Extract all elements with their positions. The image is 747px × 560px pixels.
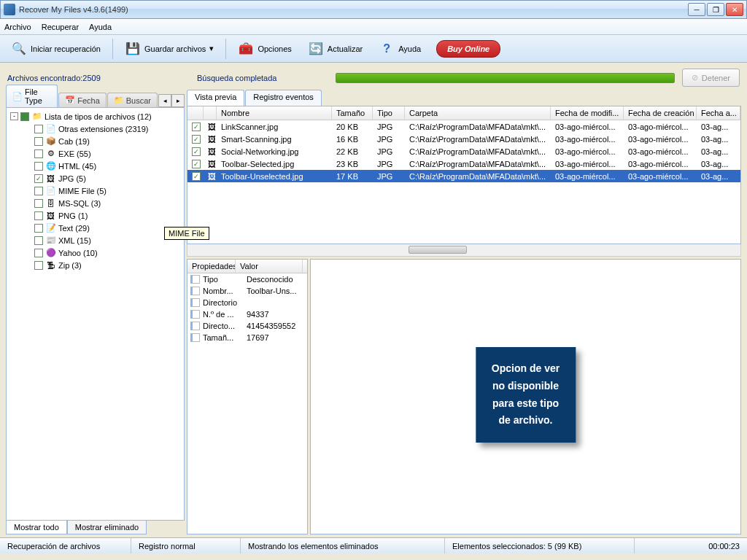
tree-item[interactable]: 🗜Zip (3) [9, 259, 182, 271]
column-header[interactable]: Fecha de modifi... [551, 106, 624, 120]
status-filter: Mostrando los elementos eliminados [241, 538, 445, 553]
stop-button[interactable]: ⊘Detener [682, 69, 740, 87]
checkbox[interactable] [34, 162, 43, 171]
search-status-label: Búsqueda completada [197, 74, 328, 82]
checkbox[interactable] [34, 224, 43, 233]
tree-label: EXE (55) [58, 149, 91, 158]
checkbox[interactable] [34, 261, 43, 270]
checkbox[interactable] [34, 199, 43, 208]
minimize-button[interactable]: ─ [688, 3, 705, 16]
column-header[interactable]: Nombre [217, 106, 332, 120]
tree-label: Yahoo (10) [58, 249, 98, 257]
menu-ayuda[interactable]: Ayuda [89, 23, 112, 31]
files-found-label: Archivos encontrado:2509 [7, 74, 188, 82]
magnifier-icon: 🔍 [11, 41, 27, 57]
floppy-icon: 💾 [125, 41, 141, 57]
tree-label: Lista de tipos de archivos (12) [44, 112, 152, 121]
stop-icon: ⊘ [692, 73, 698, 82]
column-header[interactable]: Fecha de creación [624, 106, 697, 120]
checkbox[interactable]: ✓ [192, 135, 201, 144]
checkbox[interactable]: ✓ [192, 147, 201, 156]
file-row[interactable]: ✓🖼Smart-Scanning.jpg16 KBJPGC:\Raíz\Prog… [187, 133, 740, 145]
tree-label: Zip (3) [58, 261, 82, 270]
column-header[interactable] [204, 106, 217, 120]
tab-next-button[interactable]: ▸ [171, 94, 185, 107]
checkbox[interactable] [34, 137, 43, 146]
buy-online-button[interactable]: Buy Online [436, 40, 500, 58]
window-title: Recover My Files v4.9.6(1499) [19, 5, 688, 14]
filetype-icon: 🌐 [45, 160, 56, 171]
checkbox[interactable] [34, 236, 43, 245]
checkbox[interactable] [34, 249, 43, 257]
checkbox[interactable]: ✓ [192, 160, 201, 168]
checkbox[interactable]: ✓ [192, 122, 201, 131]
tab-buscar[interactable]: 📁Buscar [107, 93, 158, 107]
column-header[interactable]: Carpeta [405, 106, 551, 120]
menubar: Archivo Recuperar Ayuda [0, 19, 747, 35]
help-icon: ? [379, 41, 395, 57]
options-button[interactable]: 🧰Opciones [231, 37, 298, 61]
checkbox[interactable]: ✓ [192, 172, 201, 181]
tab-prev-button[interactable]: ◂ [158, 94, 171, 107]
save-files-button[interactable]: 💾Guardar archivos ▾ [118, 37, 220, 61]
column-header[interactable]: Tipo [373, 106, 405, 120]
tree-item[interactable]: 📄MIME File (5) [9, 184, 182, 197]
tab-preview[interactable]: Vista previa [187, 90, 244, 106]
checkbox[interactable]: ✓ [34, 174, 43, 183]
column-header[interactable]: Fecha a... [697, 106, 740, 120]
help-button[interactable]: ?Ayuda [372, 37, 427, 61]
tab-fecha[interactable]: 📅Fecha [58, 93, 107, 107]
close-button[interactable]: ✕ [726, 3, 743, 16]
file-row[interactable]: ✓🖼Social-Networking.jpg22 KBJPGC:\Raíz\P… [187, 145, 740, 158]
checkbox[interactable] [34, 125, 43, 133]
column-header[interactable]: Tamaño [332, 106, 373, 120]
tree-item[interactable]: -📁Lista de tipos de archivos (12) [9, 110, 182, 122]
file-icon: 🖼 [204, 159, 217, 169]
start-recovery-button[interactable]: 🔍Iniciar recuperación [4, 37, 107, 61]
property-row: N.º de ...94337 [187, 308, 307, 320]
tab-show-all[interactable]: Mostrar todo [6, 521, 67, 534]
tree-label: XML (15) [58, 236, 91, 245]
tree-item[interactable]: ⚙EXE (55) [9, 147, 182, 160]
refresh-button[interactable]: 🔄Actualizar [301, 37, 369, 61]
tree-item[interactable]: 🗄MS-SQL (3) [9, 197, 182, 209]
maximize-button[interactable]: ❐ [707, 3, 724, 16]
checkbox[interactable] [20, 112, 29, 121]
property-icon [190, 298, 200, 307]
filetype-tree[interactable]: -📁Lista de tipos de archivos (12)📄Otras … [6, 107, 185, 521]
filetype-icon: 📦 [45, 136, 56, 147]
file-list[interactable]: NombreTamañoTipoCarpetaFecha de modifi..… [187, 106, 741, 244]
file-row[interactable]: ✓🖼Toolbar-Unselected.jpg17 KBJPGC:\Raíz\… [187, 170, 740, 182]
tab-show-deleted[interactable]: Mostrar eliminado [67, 521, 147, 534]
tree-item[interactable]: 📝Text (29) [9, 222, 182, 234]
checkbox[interactable] [34, 211, 43, 220]
tree-item[interactable]: 📰XML (15) [9, 234, 182, 246]
folder-icon: 📁 [114, 96, 124, 105]
tab-filetype[interactable]: 📄File Type [6, 85, 58, 107]
tree-item[interactable]: ✓🖼JPG (5) [9, 172, 182, 184]
menu-archivo[interactable]: Archivo [4, 23, 31, 31]
expander-icon[interactable]: - [10, 112, 18, 120]
tree-item[interactable]: 📄Otras extensiones (2319) [9, 122, 182, 135]
app-icon [4, 4, 15, 15]
checkbox[interactable] [34, 149, 43, 158]
file-row[interactable]: ✓🖼LinkScanner.jpg20 KBJPGC:\Raíz\Program… [187, 120, 740, 133]
menu-recuperar[interactable]: Recuperar [42, 23, 79, 31]
tree-item[interactable]: 🌐HTML (45) [9, 160, 182, 172]
status-selection: Elementos seleccionados: 5 (99 KB) [445, 538, 635, 553]
tab-events[interactable]: Registro eventos [245, 90, 322, 106]
filetype-icon: ⚙ [45, 148, 56, 159]
property-row: Nombr...Toolbar-Uns... [187, 285, 307, 297]
chevron-down-icon: ▾ [209, 44, 214, 53]
tree-item[interactable]: 🟣Yahoo (10) [9, 246, 182, 259]
tree-label: PNG (1) [58, 211, 88, 220]
filetype-icon: 🖼 [45, 173, 56, 184]
tree-item[interactable]: 🖼PNG (1) [9, 209, 182, 222]
column-header[interactable] [187, 106, 204, 120]
file-icon: 🖼 [204, 122, 217, 132]
file-row[interactable]: ✓🖼Toolbar-Selected.jpg23 KBJPGC:\Raíz\Pr… [187, 158, 740, 170]
doc-icon: 📄 [12, 92, 23, 101]
tree-item[interactable]: 📦Cab (19) [9, 135, 182, 147]
horizontal-scrollbar[interactable] [187, 244, 741, 257]
checkbox[interactable] [34, 187, 43, 195]
